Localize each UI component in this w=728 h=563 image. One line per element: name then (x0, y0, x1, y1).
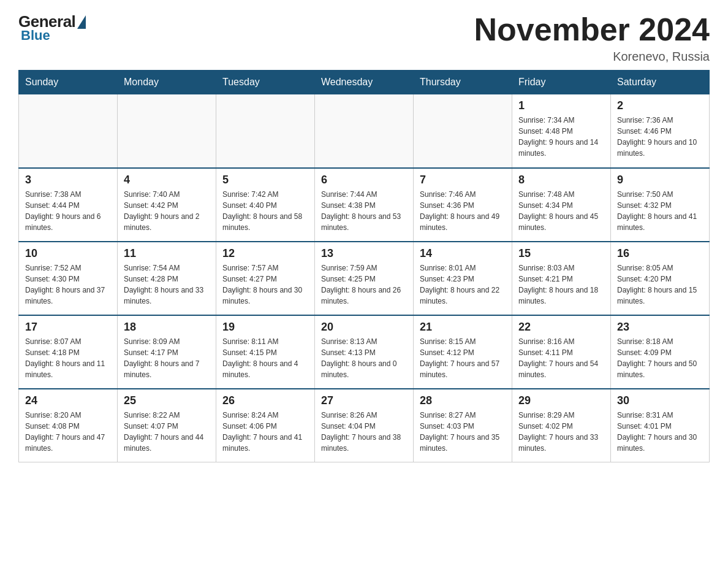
header-monday: Monday (118, 71, 216, 94)
table-row: 28Sunrise: 8:27 AM Sunset: 4:03 PM Dayli… (414, 389, 512, 462)
day-number: 30 (617, 394, 703, 407)
logo: General Blue (18, 12, 86, 44)
day-info: Sunrise: 7:46 AM Sunset: 4:36 PM Dayligh… (420, 189, 506, 233)
day-number: 21 (420, 321, 506, 334)
day-number: 8 (518, 174, 604, 186)
week-row-2: 3Sunrise: 7:38 AM Sunset: 4:44 PM Daylig… (19, 168, 710, 242)
table-row (414, 94, 512, 168)
day-info: Sunrise: 8:22 AM Sunset: 4:07 PM Dayligh… (124, 410, 210, 454)
title-section: November 2024 Korenevo, Russia (474, 12, 710, 64)
table-row: 19Sunrise: 8:11 AM Sunset: 4:15 PM Dayli… (216, 315, 315, 389)
day-info: Sunrise: 7:52 AM Sunset: 4:30 PM Dayligh… (25, 262, 111, 307)
day-number: 6 (321, 174, 407, 186)
day-number: 27 (321, 394, 407, 407)
day-info: Sunrise: 7:44 AM Sunset: 4:38 PM Dayligh… (321, 189, 407, 233)
day-number: 29 (518, 394, 604, 407)
table-row: 13Sunrise: 7:59 AM Sunset: 4:25 PM Dayli… (315, 242, 414, 315)
table-row: 21Sunrise: 8:15 AM Sunset: 4:12 PM Dayli… (414, 315, 512, 389)
day-info: Sunrise: 8:07 AM Sunset: 4:18 PM Dayligh… (25, 336, 111, 380)
day-number: 22 (518, 321, 604, 334)
table-row: 20Sunrise: 8:13 AM Sunset: 4:13 PM Dayli… (315, 315, 414, 389)
day-info: Sunrise: 8:29 AM Sunset: 4:02 PM Dayligh… (518, 410, 604, 454)
table-row: 15Sunrise: 8:03 AM Sunset: 4:21 PM Dayli… (512, 242, 611, 315)
table-row: 30Sunrise: 8:31 AM Sunset: 4:01 PM Dayli… (611, 389, 710, 462)
day-number: 5 (222, 174, 308, 186)
day-info: Sunrise: 7:36 AM Sunset: 4:46 PM Dayligh… (617, 115, 703, 159)
day-number: 16 (617, 247, 703, 260)
day-number: 24 (25, 394, 111, 407)
table-row: 10Sunrise: 7:52 AM Sunset: 4:30 PM Dayli… (19, 242, 118, 315)
week-row-4: 17Sunrise: 8:07 AM Sunset: 4:18 PM Dayli… (19, 315, 710, 389)
day-info: Sunrise: 7:57 AM Sunset: 4:27 PM Dayligh… (222, 262, 308, 307)
calendar-header-row: SundayMondayTuesdayWednesdayThursdayFrid… (19, 71, 710, 94)
table-row (216, 94, 315, 168)
table-row: 8Sunrise: 7:48 AM Sunset: 4:34 PM Daylig… (512, 168, 611, 242)
day-info: Sunrise: 8:24 AM Sunset: 4:06 PM Dayligh… (222, 410, 308, 454)
table-row (315, 94, 414, 168)
day-number: 13 (321, 247, 407, 260)
day-info: Sunrise: 8:13 AM Sunset: 4:13 PM Dayligh… (321, 336, 407, 380)
day-info: Sunrise: 8:18 AM Sunset: 4:09 PM Dayligh… (617, 336, 703, 380)
table-row: 23Sunrise: 8:18 AM Sunset: 4:09 PM Dayli… (611, 315, 710, 389)
header-wednesday: Wednesday (315, 71, 414, 94)
header-sunday: Sunday (19, 71, 118, 94)
day-number: 4 (124, 174, 210, 186)
day-number: 3 (25, 174, 111, 186)
day-number: 19 (222, 321, 308, 334)
table-row: 24Sunrise: 8:20 AM Sunset: 4:08 PM Dayli… (19, 389, 118, 462)
day-info: Sunrise: 8:03 AM Sunset: 4:21 PM Dayligh… (518, 262, 604, 307)
table-row: 4Sunrise: 7:40 AM Sunset: 4:42 PM Daylig… (118, 168, 216, 242)
day-number: 20 (321, 321, 407, 334)
table-row: 22Sunrise: 8:16 AM Sunset: 4:11 PM Dayli… (512, 315, 611, 389)
day-number: 23 (617, 321, 703, 334)
day-info: Sunrise: 8:27 AM Sunset: 4:03 PM Dayligh… (420, 410, 506, 454)
table-row: 18Sunrise: 8:09 AM Sunset: 4:17 PM Dayli… (118, 315, 216, 389)
logo-triangle-icon (77, 15, 86, 29)
month-title: November 2024 (474, 12, 710, 47)
day-info: Sunrise: 8:05 AM Sunset: 4:20 PM Dayligh… (617, 262, 703, 307)
day-info: Sunrise: 8:11 AM Sunset: 4:15 PM Dayligh… (222, 336, 308, 380)
table-row: 9Sunrise: 7:50 AM Sunset: 4:32 PM Daylig… (611, 168, 710, 242)
logo-blue-text: Blue (21, 28, 50, 44)
header-saturday: Saturday (611, 71, 710, 94)
day-number: 14 (420, 247, 506, 260)
table-row: 3Sunrise: 7:38 AM Sunset: 4:44 PM Daylig… (19, 168, 118, 242)
table-row: 16Sunrise: 8:05 AM Sunset: 4:20 PM Dayli… (611, 242, 710, 315)
header-thursday: Thursday (414, 71, 512, 94)
day-info: Sunrise: 8:01 AM Sunset: 4:23 PM Dayligh… (420, 262, 506, 307)
header-tuesday: Tuesday (216, 71, 315, 94)
day-info: Sunrise: 8:15 AM Sunset: 4:12 PM Dayligh… (420, 336, 506, 380)
day-info: Sunrise: 8:26 AM Sunset: 4:04 PM Dayligh… (321, 410, 407, 454)
week-row-1: 1Sunrise: 7:34 AM Sunset: 4:48 PM Daylig… (19, 94, 710, 168)
table-row (19, 94, 118, 168)
table-row: 25Sunrise: 8:22 AM Sunset: 4:07 PM Dayli… (118, 389, 216, 462)
day-number: 17 (25, 321, 111, 334)
day-info: Sunrise: 7:54 AM Sunset: 4:28 PM Dayligh… (124, 262, 210, 307)
day-info: Sunrise: 7:48 AM Sunset: 4:34 PM Dayligh… (518, 189, 604, 233)
day-number: 15 (518, 247, 604, 260)
day-number: 11 (124, 247, 210, 260)
day-info: Sunrise: 7:42 AM Sunset: 4:40 PM Dayligh… (222, 189, 308, 233)
day-number: 1 (518, 99, 604, 112)
table-row: 1Sunrise: 7:34 AM Sunset: 4:48 PM Daylig… (512, 94, 611, 168)
table-row: 14Sunrise: 8:01 AM Sunset: 4:23 PM Dayli… (414, 242, 512, 315)
day-number: 26 (222, 394, 308, 407)
day-info: Sunrise: 8:16 AM Sunset: 4:11 PM Dayligh… (518, 336, 604, 380)
calendar-table: SundayMondayTuesdayWednesdayThursdayFrid… (18, 70, 710, 462)
table-row: 5Sunrise: 7:42 AM Sunset: 4:40 PM Daylig… (216, 168, 315, 242)
day-info: Sunrise: 8:31 AM Sunset: 4:01 PM Dayligh… (617, 410, 703, 454)
table-row (118, 94, 216, 168)
day-number: 18 (124, 321, 210, 334)
day-number: 25 (124, 394, 210, 407)
week-row-3: 10Sunrise: 7:52 AM Sunset: 4:30 PM Dayli… (19, 242, 710, 315)
day-info: Sunrise: 7:40 AM Sunset: 4:42 PM Dayligh… (124, 189, 210, 233)
table-row: 29Sunrise: 8:29 AM Sunset: 4:02 PM Dayli… (512, 389, 611, 462)
table-row: 7Sunrise: 7:46 AM Sunset: 4:36 PM Daylig… (414, 168, 512, 242)
day-number: 7 (420, 174, 506, 186)
day-number: 28 (420, 394, 506, 407)
table-row: 27Sunrise: 8:26 AM Sunset: 4:04 PM Dayli… (315, 389, 414, 462)
day-info: Sunrise: 7:59 AM Sunset: 4:25 PM Dayligh… (321, 262, 407, 307)
table-row: 17Sunrise: 8:07 AM Sunset: 4:18 PM Dayli… (19, 315, 118, 389)
table-row: 26Sunrise: 8:24 AM Sunset: 4:06 PM Dayli… (216, 389, 315, 462)
day-number: 12 (222, 247, 308, 260)
